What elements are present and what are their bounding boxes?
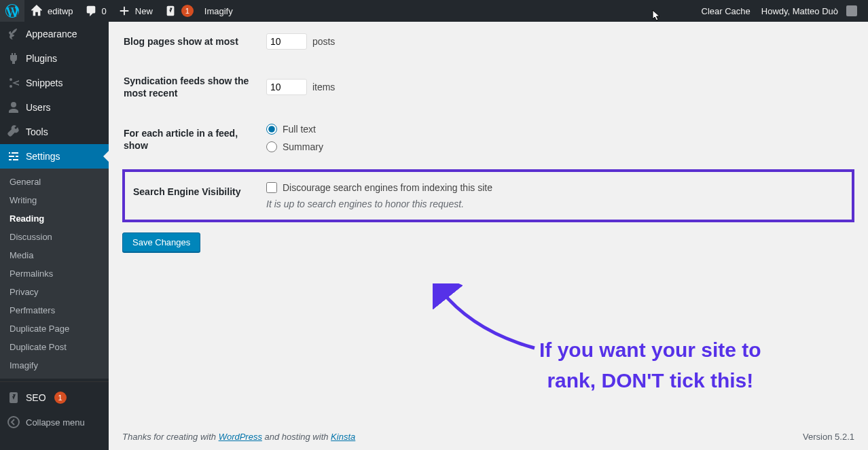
yoast-icon [164, 4, 177, 18]
menu-snippets-label: Snippets [26, 77, 62, 88]
annotation-line2: rank, DON'T tick this! [547, 369, 753, 392]
visibility-check-option[interactable]: Discourage search engines from indexing … [266, 182, 845, 193]
menu-users-label: Users [26, 102, 51, 113]
settings-submenu: General Writing Reading Discussion Media… [0, 169, 109, 379]
yoast-menu-icon [7, 391, 20, 404]
submenu-media[interactable]: Media [0, 246, 109, 264]
menu-seo[interactable]: SEO 1 [0, 385, 109, 410]
feed-summary-option[interactable]: Summary [266, 141, 846, 152]
content-area: Blog pages show at most posts Syndicatio… [109, 22, 868, 450]
wrench-icon [7, 125, 20, 139]
wp-logo-item[interactable] [0, 0, 24, 22]
visibility-checkbox[interactable] [266, 182, 277, 193]
imagify-item[interactable]: Imagify [199, 0, 238, 22]
blog-pages-suffix: posts [312, 36, 335, 47]
submenu-reading[interactable]: Reading [0, 209, 109, 228]
menu-settings-label: Settings [26, 151, 60, 162]
collapse-label: Collapse menu [26, 417, 85, 428]
comments-count: 0 [102, 6, 107, 16]
feed-full-radio[interactable] [266, 124, 277, 135]
seo-badge: 1 [54, 392, 67, 404]
user-icon [7, 101, 20, 114]
admin-bar-left: editwp 0 New 1 Imagify [0, 0, 238, 22]
admin-bar-right: Clear Cache Howdy, Matteo Duò [696, 0, 868, 22]
menu-separator [0, 379, 109, 382]
annotation-line1: If you want your site to [539, 339, 761, 361]
new-label: New [135, 6, 153, 16]
menu-seo-label: SEO [26, 392, 46, 403]
feed-label: For each article in a feed, show [124, 114, 259, 171]
plus-icon [117, 4, 131, 18]
form-table: Blog pages show at most posts Syndicatio… [122, 22, 854, 222]
notice-badge: 1 [181, 5, 194, 17]
scissors-icon [7, 76, 20, 90]
save-button[interactable]: Save Changes [122, 232, 200, 252]
menu-users[interactable]: Users [0, 95, 109, 120]
brush-icon [7, 27, 20, 41]
feed-full-option[interactable]: Full text [266, 124, 846, 135]
submenu-perfmatters[interactable]: Perfmatters [0, 301, 109, 319]
menu-tools[interactable]: Tools [0, 120, 109, 144]
clear-cache-label: Clear Cache [702, 6, 751, 16]
wordpress-icon [5, 4, 19, 18]
yoast-item[interactable]: 1 [158, 0, 199, 22]
footer-prefix: Thanks for creating with [122, 432, 219, 442]
svg-point-0 [8, 417, 19, 428]
new-item[interactable]: New [112, 0, 158, 22]
admin-sidebar: Appearance Plugins Snippets Users Tools … [0, 22, 109, 450]
submenu-discussion[interactable]: Discussion [0, 228, 109, 246]
row-visibility: Search Engine Visibility Discourage sear… [124, 171, 853, 221]
sliders-icon [7, 150, 20, 163]
menu-snippets[interactable]: Snippets [0, 71, 109, 95]
site-name-label: editwp [48, 6, 73, 16]
menu-settings[interactable]: Settings [0, 144, 109, 169]
menu-appearance-label: Appearance [26, 29, 77, 39]
visibility-description: It is up to search engines to honor this… [266, 198, 845, 209]
submenu-dup-post[interactable]: Duplicate Post [0, 338, 109, 356]
collapse-icon [7, 415, 20, 429]
row-blog-pages: Blog pages show at most posts [124, 22, 853, 61]
home-icon [30, 4, 43, 18]
submenu-general[interactable]: General [0, 173, 109, 191]
settings-form: Blog pages show at most posts Syndicatio… [109, 22, 868, 307]
submenu-dup-page[interactable]: Duplicate Page [0, 319, 109, 338]
comment-icon [84, 4, 98, 18]
clear-cache-item[interactable]: Clear Cache [696, 0, 756, 22]
menu-plugins[interactable]: Plugins [0, 46, 109, 71]
admin-footer: Thanks for creating with WordPress and h… [109, 423, 868, 450]
footer-wordpress-link[interactable]: WordPress [219, 432, 262, 442]
submenu-privacy[interactable]: Privacy [0, 283, 109, 301]
feed-summary-label: Summary [283, 141, 323, 152]
comments-item[interactable]: 0 [79, 0, 112, 22]
submenu-imagify[interactable]: Imagify [0, 356, 109, 375]
blog-pages-label: Blog pages show at most [124, 22, 259, 61]
menu-appearance[interactable]: Appearance [0, 22, 109, 46]
footer-kinsta-link[interactable]: Kinsta [331, 432, 355, 442]
site-name-item[interactable]: editwp [24, 0, 79, 22]
feed-full-label: Full text [283, 124, 316, 135]
menu-tools-label: Tools [26, 126, 48, 137]
submenu-permalinks[interactable]: Permalinks [0, 264, 109, 283]
menu-plugins-label: Plugins [26, 53, 57, 64]
visibility-check-label: Discourage search engines from indexing … [283, 182, 492, 193]
syndication-label: Syndication feeds show the most recent [124, 61, 259, 113]
feed-summary-radio[interactable] [266, 141, 277, 152]
blog-pages-input[interactable] [266, 33, 307, 50]
row-syndication: Syndication feeds show the most recent i… [124, 61, 853, 113]
plug-icon [7, 52, 20, 65]
howdy-label: Howdy, Matteo Duò [761, 6, 838, 16]
row-feed: For each article in a feed, show Full te… [124, 114, 853, 171]
footer-version: Version 5.2.1 [803, 432, 854, 442]
collapse-menu[interactable]: Collapse menu [0, 410, 109, 434]
annotation-text: If you want your site to rank, DON'T tic… [539, 334, 761, 396]
visibility-label: Search Engine Visibility [124, 171, 259, 221]
imagify-label: Imagify [204, 6, 233, 16]
footer-thanks: Thanks for creating with WordPress and h… [122, 432, 355, 442]
submenu-writing[interactable]: Writing [0, 191, 109, 209]
syndication-suffix: items [312, 82, 335, 92]
footer-and-hosting: and hosting with [262, 432, 331, 442]
admin-bar: editwp 0 New 1 Imagify Clear Cache [0, 0, 868, 22]
syndication-input[interactable] [266, 79, 307, 95]
account-item[interactable]: Howdy, Matteo Duò [756, 0, 863, 22]
avatar [846, 5, 857, 16]
